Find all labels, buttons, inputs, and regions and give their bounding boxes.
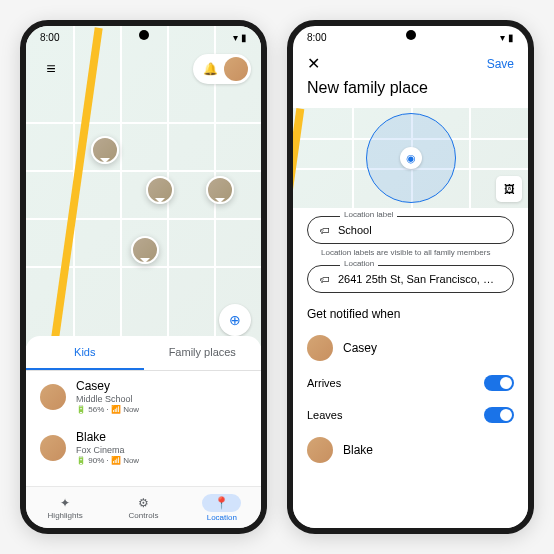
menu-button[interactable]: ≡ [36, 54, 66, 84]
save-button[interactable]: Save [487, 57, 514, 71]
profile-pill[interactable]: 🔔 [193, 54, 251, 84]
toggle-label: Leaves [307, 409, 342, 421]
field-label: Location label [340, 210, 397, 219]
kid-avatar [40, 384, 66, 410]
kid-location: Middle School [76, 394, 247, 404]
pin-icon: 📍 [202, 494, 241, 512]
nav-highlights[interactable]: ✦ Highlights [26, 487, 104, 528]
camera-notch [406, 30, 416, 40]
bell-icon: 🔔 [203, 62, 218, 76]
map-avatar-pin[interactable] [146, 176, 174, 204]
location-pin-icon: ◉ [400, 147, 422, 169]
leaves-toggle-row: Leaves [307, 399, 514, 431]
profile-avatar[interactable] [224, 57, 248, 81]
locate-me-button[interactable]: ⊕ [219, 304, 251, 336]
nav-location[interactable]: 📍 Location [183, 487, 261, 528]
member-name: Blake [343, 443, 373, 457]
map-avatar-pin[interactable] [206, 176, 234, 204]
kid-row[interactable]: Blake Fox Cinema 🔋 90% · 📶 Now [26, 422, 261, 473]
header: ✕ Save New family place [293, 48, 528, 107]
kid-location: Fox Cinema [76, 445, 247, 455]
toggle-label: Arrives [307, 377, 341, 389]
member-row[interactable]: Blake [307, 431, 514, 469]
kid-name: Blake [76, 430, 247, 444]
camera-notch [139, 30, 149, 40]
tab-family-places[interactable]: Family places [144, 336, 262, 370]
field-value: 2641 25th St, San Francisco, CA 9... [338, 273, 501, 285]
close-button[interactable]: ✕ [307, 54, 320, 73]
bottom-sheet: Kids Family places Casey Middle School 🔋… [26, 336, 261, 486]
tabs: Kids Family places [26, 336, 261, 371]
location-address-field[interactable]: Location 🏷 2641 25th St, San Francisco, … [307, 265, 514, 293]
kid-avatar [40, 435, 66, 461]
leaves-toggle[interactable] [484, 407, 514, 423]
page-title: New family place [307, 79, 514, 97]
bottom-nav: ✦ Highlights ⚙ Controls 📍 Location [26, 486, 261, 528]
nav-controls[interactable]: ⚙ Controls [104, 487, 182, 528]
arrives-toggle[interactable] [484, 375, 514, 391]
map-avatar-pin[interactable] [91, 136, 119, 164]
kid-row[interactable]: Casey Middle School 🔋 56% · 📶 Now [26, 371, 261, 422]
clock: 8:00 [40, 32, 59, 43]
field-value: School [338, 224, 501, 236]
kid-name: Casey [76, 379, 247, 393]
arrives-toggle-row: Arrives [307, 367, 514, 399]
member-name: Casey [343, 341, 377, 355]
member-avatar [307, 437, 333, 463]
location-label-field[interactable]: Location label 🏷 School [307, 216, 514, 244]
member-row[interactable]: Casey [307, 329, 514, 367]
sparkle-icon: ✦ [60, 496, 70, 510]
top-bar: ≡ 🔔 [36, 54, 251, 84]
field-label: Location [340, 259, 378, 268]
geofence-circle[interactable]: ◉ [366, 113, 456, 203]
helper-text: Location labels are visible to all famil… [321, 248, 514, 257]
notify-header: Get notified when [307, 307, 514, 321]
map-preview[interactable]: ◉ 🖼 [293, 108, 528, 208]
form-content: Location label 🏷 School Location labels … [293, 208, 528, 528]
wifi-icon: ▾ [500, 32, 505, 43]
map-avatar-pin[interactable] [131, 236, 159, 264]
signal-icon: ▮ [241, 32, 247, 43]
tab-kids[interactable]: Kids [26, 336, 144, 370]
kid-meta: 🔋 90% · 📶 Now [76, 456, 247, 465]
wifi-icon: ▾ [233, 32, 238, 43]
phone-left: 8:00 ▾ ▮ ⊕ ≡ 🔔 Kids Family places [20, 20, 267, 534]
kid-meta: 🔋 56% · 📶 Now [76, 405, 247, 414]
tag-icon: 🏷 [320, 274, 330, 285]
clock: 8:00 [307, 32, 326, 43]
member-avatar [307, 335, 333, 361]
sliders-icon: ⚙ [138, 496, 149, 510]
phone-right: 8:00 ▾ ▮ ✕ Save New family place ◉ 🖼 Loc… [287, 20, 534, 534]
signal-icon: ▮ [508, 32, 514, 43]
image-picker-button[interactable]: 🖼 [496, 176, 522, 202]
tag-icon: 🏷 [320, 225, 330, 236]
